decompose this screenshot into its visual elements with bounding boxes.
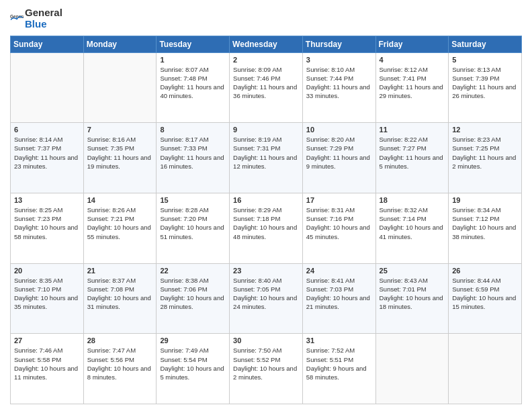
day-info: Sunrise: 8:34 AMSunset: 7:12 PMDaylight:… <box>452 205 518 241</box>
day-info: Sunrise: 7:47 AMSunset: 5:56 PMDaylight:… <box>87 346 153 381</box>
day-number: 9 <box>233 126 299 134</box>
day-number: 2 <box>233 56 299 64</box>
day-info: Sunrise: 8:31 AMSunset: 7:16 PMDaylight:… <box>306 205 372 241</box>
day-info: Sunrise: 8:14 AMSunset: 7:37 PMDaylight:… <box>14 135 80 171</box>
day-info: Sunrise: 7:50 AMSunset: 5:52 PMDaylight:… <box>233 346 299 381</box>
svg-text:General: General <box>10 14 24 19</box>
day-number: 14 <box>87 196 153 204</box>
day-number: 16 <box>233 196 299 204</box>
day-number: 18 <box>380 196 445 204</box>
col-header-saturday: Saturday <box>449 36 522 52</box>
day-info: Sunrise: 7:52 AMSunset: 5:51 PMDaylight:… <box>306 346 372 381</box>
day-number: 5 <box>452 56 518 64</box>
day-number: 7 <box>87 126 153 134</box>
day-number: 24 <box>306 267 372 275</box>
calendar-cell: 18Sunrise: 8:32 AMSunset: 7:14 PMDayligh… <box>375 193 449 263</box>
day-number: 30 <box>233 336 299 345</box>
day-info: Sunrise: 8:28 AMSunset: 7:20 PMDaylight:… <box>160 205 226 241</box>
day-number: 26 <box>452 267 518 275</box>
logo-general: General <box>25 7 62 18</box>
day-info: Sunrise: 8:23 AMSunset: 7:25 PMDaylight:… <box>452 135 518 171</box>
calendar-cell: 16Sunrise: 8:29 AMSunset: 7:18 PMDayligh… <box>230 193 303 263</box>
col-header-sunday: Sunday <box>11 36 84 52</box>
calendar-cell: 25Sunrise: 8:43 AMSunset: 7:01 PMDayligh… <box>375 263 449 334</box>
calendar-cell: 24Sunrise: 8:41 AMSunset: 7:03 PMDayligh… <box>302 263 375 334</box>
day-info: Sunrise: 8:13 AMSunset: 7:39 PMDaylight:… <box>452 65 518 101</box>
day-number: 4 <box>380 56 445 64</box>
calendar-cell: 5Sunrise: 8:13 AMSunset: 7:39 PMDaylight… <box>449 52 522 123</box>
col-header-friday: Friday <box>375 36 449 52</box>
calendar-cell <box>449 334 522 404</box>
calendar-cell: 21Sunrise: 8:37 AMSunset: 7:08 PMDayligh… <box>83 263 157 334</box>
day-number: 20 <box>14 267 80 275</box>
day-number: 29 <box>160 336 226 345</box>
day-number: 8 <box>160 126 226 134</box>
header: General General Blue <box>10 7 522 30</box>
day-info: Sunrise: 8:32 AMSunset: 7:14 PMDaylight:… <box>380 205 445 241</box>
day-info: Sunrise: 8:19 AMSunset: 7:31 PMDaylight:… <box>233 135 299 171</box>
calendar-cell: 28Sunrise: 7:47 AMSunset: 5:56 PMDayligh… <box>83 334 157 404</box>
week-row-3: 13Sunrise: 8:25 AMSunset: 7:23 PMDayligh… <box>11 193 522 263</box>
calendar-cell: 15Sunrise: 8:28 AMSunset: 7:20 PMDayligh… <box>157 193 230 263</box>
day-info: Sunrise: 8:37 AMSunset: 7:08 PMDaylight:… <box>87 276 153 312</box>
calendar-cell: 30Sunrise: 7:50 AMSunset: 5:52 PMDayligh… <box>230 334 303 404</box>
calendar-cell: 19Sunrise: 8:34 AMSunset: 7:12 PMDayligh… <box>449 193 522 263</box>
day-number: 22 <box>160 267 226 275</box>
day-number: 23 <box>233 267 299 275</box>
day-info: Sunrise: 8:44 AMSunset: 6:59 PMDaylight:… <box>452 276 518 312</box>
day-info: Sunrise: 8:16 AMSunset: 7:35 PMDaylight:… <box>87 135 153 171</box>
calendar-cell: 20Sunrise: 8:35 AMSunset: 7:10 PMDayligh… <box>11 263 84 334</box>
calendar-body: 1Sunrise: 8:07 AMSunset: 7:48 PMDaylight… <box>11 52 522 404</box>
day-info: Sunrise: 8:22 AMSunset: 7:27 PMDaylight:… <box>380 135 445 171</box>
calendar-cell <box>375 334 449 404</box>
calendar-table: SundayMondayTuesdayWednesdayThursdayFrid… <box>10 36 522 405</box>
week-row-2: 6Sunrise: 8:14 AMSunset: 7:37 PMDaylight… <box>11 123 522 193</box>
day-info: Sunrise: 8:17 AMSunset: 7:33 PMDaylight:… <box>160 135 226 171</box>
logo-icon: General <box>10 11 24 25</box>
day-number: 31 <box>306 336 372 345</box>
day-number: 27 <box>14 336 80 345</box>
page: General General Blue SundayMondayTuesday… <box>0 0 532 411</box>
calendar-cell: 10Sunrise: 8:20 AMSunset: 7:29 PMDayligh… <box>302 123 375 193</box>
day-number: 15 <box>160 196 226 204</box>
day-number: 21 <box>87 267 153 275</box>
day-info: Sunrise: 8:41 AMSunset: 7:03 PMDaylight:… <box>306 276 372 312</box>
week-row-4: 20Sunrise: 8:35 AMSunset: 7:10 PMDayligh… <box>11 263 522 334</box>
day-info: Sunrise: 8:43 AMSunset: 7:01 PMDaylight:… <box>380 276 445 312</box>
col-header-monday: Monday <box>83 36 157 52</box>
calendar-cell: 17Sunrise: 8:31 AMSunset: 7:16 PMDayligh… <box>302 193 375 263</box>
calendar-cell: 3Sunrise: 8:10 AMSunset: 7:44 PMDaylight… <box>302 52 375 123</box>
day-info: Sunrise: 8:25 AMSunset: 7:23 PMDaylight:… <box>14 205 80 241</box>
day-info: Sunrise: 8:12 AMSunset: 7:41 PMDaylight:… <box>380 65 445 101</box>
day-info: Sunrise: 8:35 AMSunset: 7:10 PMDaylight:… <box>14 276 80 312</box>
day-number: 6 <box>14 126 80 134</box>
calendar-cell: 4Sunrise: 8:12 AMSunset: 7:41 PMDaylight… <box>375 52 449 123</box>
calendar-cell: 7Sunrise: 8:16 AMSunset: 7:35 PMDaylight… <box>83 123 157 193</box>
calendar-cell: 6Sunrise: 8:14 AMSunset: 7:37 PMDaylight… <box>11 123 84 193</box>
day-number: 19 <box>452 196 518 204</box>
column-headers: SundayMondayTuesdayWednesdayThursdayFrid… <box>11 36 522 52</box>
day-info: Sunrise: 8:40 AMSunset: 7:05 PMDaylight:… <box>233 276 299 312</box>
col-header-thursday: Thursday <box>302 36 375 52</box>
day-number: 12 <box>452 126 518 134</box>
calendar-cell <box>11 52 84 123</box>
day-info: Sunrise: 8:26 AMSunset: 7:21 PMDaylight:… <box>87 205 153 241</box>
calendar-cell: 27Sunrise: 7:46 AMSunset: 5:58 PMDayligh… <box>11 334 84 404</box>
day-number: 1 <box>160 56 226 64</box>
day-number: 11 <box>380 126 445 134</box>
calendar-cell: 2Sunrise: 8:09 AMSunset: 7:46 PMDaylight… <box>230 52 303 123</box>
day-info: Sunrise: 8:09 AMSunset: 7:46 PMDaylight:… <box>233 65 299 101</box>
calendar-cell: 12Sunrise: 8:23 AMSunset: 7:25 PMDayligh… <box>449 123 522 193</box>
day-number: 3 <box>306 56 372 64</box>
calendar-cell <box>83 52 157 123</box>
calendar-cell: 22Sunrise: 8:38 AMSunset: 7:06 PMDayligh… <box>157 263 230 334</box>
col-header-tuesday: Tuesday <box>157 36 230 52</box>
day-number: 25 <box>380 267 445 275</box>
day-info: Sunrise: 8:38 AMSunset: 7:06 PMDaylight:… <box>160 276 226 312</box>
calendar-cell: 13Sunrise: 8:25 AMSunset: 7:23 PMDayligh… <box>11 193 84 263</box>
col-header-wednesday: Wednesday <box>230 36 303 52</box>
calendar-cell: 14Sunrise: 8:26 AMSunset: 7:21 PMDayligh… <box>83 193 157 263</box>
day-number: 10 <box>306 126 372 134</box>
calendar-cell: 11Sunrise: 8:22 AMSunset: 7:27 PMDayligh… <box>375 123 449 193</box>
day-number: 13 <box>14 196 80 204</box>
